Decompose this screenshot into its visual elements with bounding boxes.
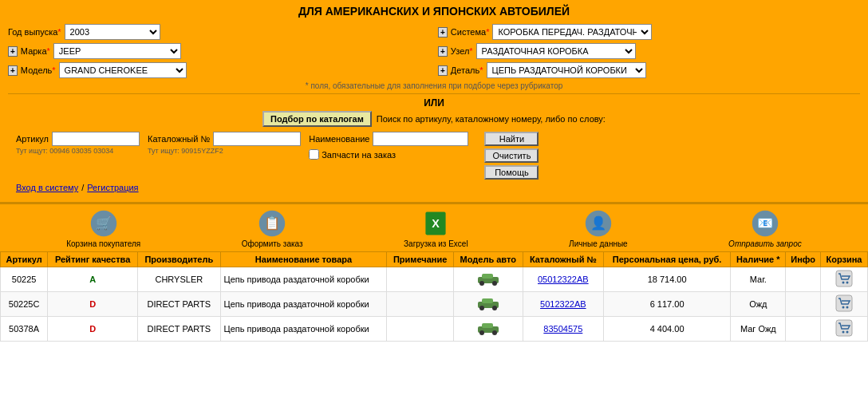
- detail-select[interactable]: ЦЕПЬ РАЗДАТОЧНОЙ КОРОБКИ: [487, 62, 646, 78]
- svg-text:X: X: [432, 217, 440, 230]
- name-label: Наименование: [309, 134, 369, 144]
- order-checkbox[interactable]: [309, 149, 319, 160]
- model-expand-icon[interactable]: +: [8, 65, 18, 76]
- car-icon: [476, 271, 500, 286]
- help-btn[interactable]: Помощь: [484, 165, 539, 180]
- cart-icon[interactable]: [835, 319, 853, 337]
- personal-icon: 👤: [584, 209, 613, 238]
- name-row: Наименование: [309, 132, 468, 146]
- catalog-num-link[interactable]: 5012322AB: [540, 299, 586, 309]
- svg-rect-25: [482, 323, 493, 328]
- svg-point-19: [479, 306, 484, 310]
- cell-cart[interactable]: [820, 317, 867, 342]
- cart-icon[interactable]: [835, 294, 853, 312]
- order-icon-item[interactable]: 📋 Оформить заказ: [242, 209, 303, 248]
- col-availability: Наличие *: [731, 252, 786, 267]
- catalog-num-link[interactable]: 05012322AB: [538, 275, 589, 284]
- svg-point-13: [492, 281, 497, 286]
- model-label: Модель*: [21, 65, 56, 75]
- article-hint: Тут ищут: 00946 03035 03034: [16, 147, 140, 155]
- article-input[interactable]: [52, 132, 140, 146]
- year-select[interactable]: 2003: [65, 24, 160, 40]
- article-group: Артикул Тут ищут: 00946 03035 03034: [16, 132, 140, 155]
- catalog-btn[interactable]: Подбор по каталогам: [262, 111, 372, 127]
- basket-icon-item[interactable]: 🛒 Корзина покупателя: [66, 209, 140, 248]
- search-fields-row: Артикул Тут ищут: 00946 03035 03034 Ката…: [8, 132, 860, 180]
- cell-car-model: [453, 317, 523, 342]
- brand-expand-icon[interactable]: +: [8, 46, 18, 57]
- cell-availability: Маг.: [731, 267, 786, 292]
- order-checkbox-row: Запчасти на заказ: [309, 149, 468, 160]
- send-icon: 📧: [751, 209, 779, 238]
- cell-info: [786, 292, 820, 317]
- find-btn[interactable]: Найти: [484, 132, 539, 146]
- cell-info: [786, 317, 820, 342]
- svg-point-26: [479, 330, 484, 335]
- name-input[interactable]: [373, 132, 468, 146]
- cell-article: 50378A: [1, 317, 48, 342]
- catalog-num-input[interactable]: [213, 132, 301, 146]
- cart-icon[interactable]: [835, 270, 853, 287]
- cell-cart[interactable]: [820, 267, 867, 292]
- cell-manufacturer: DIRECT PARTS: [138, 317, 221, 342]
- catalog-num-row: Каталожный №: [148, 132, 301, 146]
- login-link[interactable]: Вход в систему: [16, 183, 78, 192]
- catalog-num-link[interactable]: 83504575: [543, 324, 582, 334]
- catalog-num-label: Каталожный №: [148, 134, 210, 144]
- cell-article: 50225: [1, 267, 48, 292]
- login-separator: /: [81, 183, 84, 192]
- svg-text:👤: 👤: [590, 215, 607, 231]
- col-cart: Корзина: [820, 252, 867, 267]
- article-label: Артикул: [16, 134, 49, 144]
- action-btns: Найти Очистить Помощь: [484, 132, 539, 180]
- col-article: Артикул: [1, 252, 48, 267]
- model-row: + Модель* GRAND CHEROKEE: [8, 62, 430, 78]
- brand-select[interactable]: JEEP: [53, 43, 181, 59]
- svg-rect-18: [482, 298, 493, 303]
- cell-catalog-num[interactable]: 83504575: [523, 317, 603, 342]
- svg-text:📋: 📋: [264, 215, 281, 231]
- detail-expand-icon[interactable]: +: [438, 65, 448, 76]
- excel-icon-item[interactable]: X Загрузка из Excel: [404, 209, 468, 248]
- svg-point-16: [846, 282, 848, 284]
- svg-point-20: [492, 306, 497, 310]
- node-select[interactable]: РАЗДАТОЧНАЯ КОРОБКА: [476, 43, 636, 59]
- table-body: 50225 A CHRYSLER Цепь привода раздаточно…: [1, 267, 868, 342]
- year-label: Год выпуска*: [8, 27, 61, 37]
- svg-rect-11: [482, 274, 493, 279]
- cell-manufacturer: DIRECT PARTS: [138, 292, 221, 317]
- detail-row: + Деталь* ЦЕПЬ РАЗДАТОЧНОЙ КОРОБКИ: [438, 62, 860, 78]
- or-divider: ИЛИ: [8, 97, 860, 109]
- personal-icon-item[interactable]: 👤 Личные данные: [569, 209, 628, 248]
- table-header-row: Артикул Рейтинг качества Производитель Н…: [1, 252, 868, 267]
- cell-catalog-num[interactable]: 5012322AB: [523, 292, 603, 317]
- brand-label: Марка*: [21, 46, 50, 56]
- send-icon-item[interactable]: 📧 Отправить запрос: [728, 209, 802, 248]
- svg-rect-14: [836, 271, 852, 287]
- cell-name: Цепь привода раздаточной коробки: [220, 267, 387, 292]
- system-expand-icon[interactable]: +: [438, 27, 448, 38]
- page-title: ДЛЯ АМЕРИКАНСКИХ И ЯПОНСКИХ АВТОБИЛЕЙ: [8, 5, 860, 18]
- search-text-label: Поиск по артикулу, каталожному номеру, л…: [377, 114, 606, 124]
- cell-note: [387, 292, 453, 317]
- col-info: Инфо: [786, 252, 820, 267]
- table-row: 50378A D DIRECT PARTS Цепь привода разда…: [1, 317, 868, 342]
- catalog-num-hint: Тут ищут: 90915YZZF2: [148, 147, 301, 155]
- system-label: Система*: [451, 27, 490, 37]
- cell-cart[interactable]: [820, 292, 867, 317]
- cell-catalog-num[interactable]: 05012322AB: [523, 267, 603, 292]
- system-select[interactable]: КОРОБКА ПЕРЕДАЧ. РАЗДАТОЧНА...: [492, 24, 652, 40]
- register-link[interactable]: Регистрация: [87, 183, 138, 192]
- model-select[interactable]: GRAND CHEROKEE: [59, 62, 187, 78]
- year-row: Год выпуска* 2003: [8, 24, 430, 40]
- order-icon: 📋: [258, 209, 286, 238]
- cell-note: [387, 267, 453, 292]
- col-price: Персональная цена, руб.: [604, 252, 731, 267]
- send-label: Отправить запрос: [728, 239, 802, 248]
- node-expand-icon[interactable]: +: [438, 46, 448, 57]
- clear-btn[interactable]: Очистить: [484, 148, 539, 163]
- personal-label: Личные данные: [569, 239, 628, 248]
- right-col: + Система* КОРОБКА ПЕРЕДАЧ. РАЗДАТОЧНА..…: [438, 24, 860, 78]
- svg-text:📧: 📧: [757, 215, 774, 231]
- table-row: 50225C D DIRECT PARTS Цепь привода разда…: [1, 292, 868, 317]
